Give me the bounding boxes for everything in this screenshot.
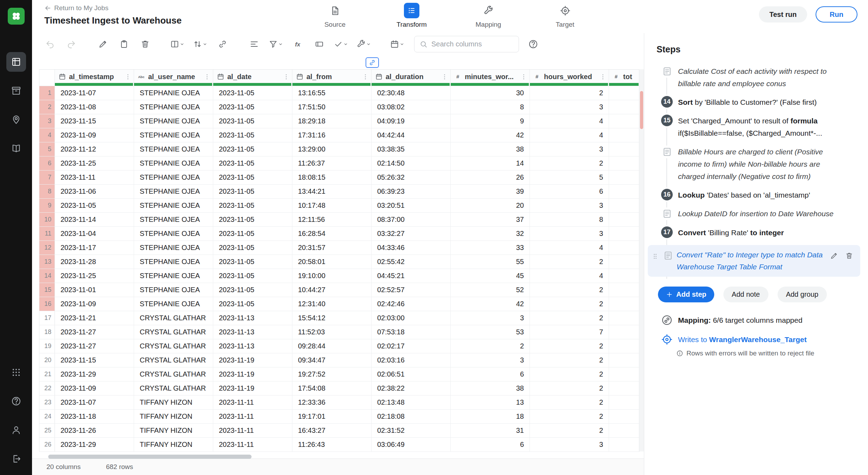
table-cell[interactable]: 2023-11-28 bbox=[55, 255, 134, 269]
tool-check-button[interactable] bbox=[332, 36, 350, 52]
table-cell[interactable]: 52 bbox=[451, 283, 530, 297]
table-row[interactable]: 52023-11-12STEPHANIE OJEA2023-11-0513:29… bbox=[39, 142, 640, 156]
table-cell[interactable]: 39 bbox=[451, 185, 530, 198]
step-note-selected[interactable]: Convert "Rate" to Integer type to match … bbox=[648, 245, 860, 277]
table-cell[interactable]: 2023-11-05 bbox=[55, 199, 134, 212]
table-cell[interactable]: 02:18:08 bbox=[372, 410, 451, 423]
table-cell[interactable]: CRYSTAL GLATHAR bbox=[134, 339, 213, 353]
back-link[interactable]: Return to My Jobs bbox=[44, 4, 182, 12]
table-row[interactable]: 12023-11-07STEPHANIE OJEA2023-11-0513:16… bbox=[39, 86, 640, 100]
table-row[interactable]: 202023-11-15CRYSTAL GLATHAR2023-11-1909:… bbox=[39, 353, 640, 367]
table-cell[interactable]: 2023-11-09 bbox=[55, 128, 134, 142]
column-menu-icon[interactable] bbox=[599, 73, 607, 81]
table-cell[interactable]: 2023-11-07 bbox=[55, 396, 134, 409]
row-number[interactable]: 16 bbox=[39, 297, 55, 311]
row-number[interactable]: 25 bbox=[39, 424, 55, 437]
table-row[interactable]: 92023-11-05STEPHANIE OJEA2023-11-0510:17… bbox=[39, 199, 640, 213]
step-item[interactable]: 14Sort by 'Billable to Customer?' (False… bbox=[656, 96, 860, 108]
table-cell[interactable]: 2023-11-19 bbox=[213, 367, 292, 381]
table-cell[interactable]: 2023-11-17 bbox=[55, 241, 134, 255]
table-cell[interactable]: 17:31:16 bbox=[292, 128, 372, 142]
table-cell[interactable]: STEPHANIE OJEA bbox=[134, 283, 213, 297]
table-cell[interactable]: 4 bbox=[530, 241, 609, 255]
tool-trash-button[interactable] bbox=[137, 36, 153, 52]
table-row[interactable]: 112023-11-04STEPHANIE OJEA2023-11-0516:2… bbox=[39, 227, 640, 241]
table-cell[interactable]: 02:52:57 bbox=[372, 283, 451, 297]
table-cell[interactable] bbox=[609, 269, 640, 283]
table-cell[interactable]: CRYSTAL GLATHAR bbox=[134, 311, 213, 325]
table-cell[interactable] bbox=[609, 367, 640, 381]
table-cell[interactable]: 2023-11-05 bbox=[213, 100, 292, 114]
delete-note-icon[interactable] bbox=[845, 252, 853, 260]
row-number[interactable]: 12 bbox=[39, 241, 55, 255]
table-cell[interactable] bbox=[609, 227, 640, 240]
table-cell[interactable]: 2 bbox=[530, 339, 609, 353]
column-menu-icon[interactable] bbox=[124, 73, 132, 81]
table-cell[interactable]: 2023-11-27 bbox=[55, 325, 134, 339]
table-cell[interactable]: STEPHANIE OJEA bbox=[134, 86, 213, 100]
table-cell[interactable]: 2023-11-26 bbox=[55, 424, 134, 437]
table-cell[interactable]: STEPHANIE OJEA bbox=[134, 128, 213, 142]
table-cell[interactable]: 20:58:01 bbox=[292, 255, 372, 269]
table-cell[interactable]: STEPHANIE OJEA bbox=[134, 227, 213, 240]
table-cell[interactable]: 18:08:15 bbox=[292, 171, 372, 184]
table-cell[interactable]: 3 bbox=[530, 227, 609, 240]
table-cell[interactable]: 2 bbox=[530, 255, 609, 269]
table-cell[interactable]: 2023-11-05 bbox=[213, 114, 292, 128]
table-cell[interactable] bbox=[609, 311, 640, 325]
table-cell[interactable]: 02:38:22 bbox=[372, 381, 451, 395]
help-button[interactable] bbox=[528, 39, 538, 49]
table-cell[interactable]: 17:54:08 bbox=[292, 381, 372, 395]
stepper-source[interactable]: Source bbox=[312, 3, 358, 28]
sidebar-item-pin[interactable] bbox=[6, 110, 26, 129]
table-cell[interactable]: 2023-11-25 bbox=[55, 156, 134, 170]
table-row[interactable]: 102023-11-14STEPHANIE OJEA2023-11-0512:1… bbox=[39, 213, 640, 227]
table-cell[interactable]: 6 bbox=[451, 367, 530, 381]
table-cell[interactable]: STEPHANIE OJEA bbox=[134, 199, 213, 212]
table-cell[interactable]: CRYSTAL GLATHAR bbox=[134, 367, 213, 381]
table-cell[interactable]: 4 bbox=[530, 114, 609, 128]
column-menu-icon[interactable] bbox=[283, 73, 290, 81]
table-cell[interactable]: 17:51:50 bbox=[292, 100, 372, 114]
table-cell[interactable]: 15:54:12 bbox=[292, 311, 372, 325]
table-cell[interactable]: 2023-11-05 bbox=[213, 227, 292, 240]
column-header-al_duration[interactable]: al_duration bbox=[372, 70, 451, 86]
table-cell[interactable]: 37 bbox=[451, 213, 530, 226]
table-cell[interactable]: 2023-11-07 bbox=[55, 86, 134, 100]
table-cell[interactable]: 2023-11-12 bbox=[55, 142, 134, 156]
table-cell[interactable]: STEPHANIE OJEA bbox=[134, 213, 213, 226]
table-cell[interactable]: 2 bbox=[530, 86, 609, 100]
stepper-target[interactable]: Target bbox=[542, 3, 588, 28]
table-cell[interactable]: 2023-11-05 bbox=[213, 283, 292, 297]
step-item[interactable]: 17Convert 'Billing Rate' to integer bbox=[656, 226, 860, 239]
table-row[interactable]: 182023-11-27CRYSTAL GLATHAR2023-11-1311:… bbox=[39, 325, 640, 339]
column-menu-icon[interactable] bbox=[441, 73, 448, 81]
table-cell[interactable]: 2023-11-01 bbox=[55, 283, 134, 297]
table-cell[interactable]: CRYSTAL GLATHAR bbox=[134, 325, 213, 339]
table-cell[interactable]: 3 bbox=[451, 311, 530, 325]
table-cell[interactable]: 12:11:56 bbox=[292, 213, 372, 226]
row-number[interactable]: 14 bbox=[39, 269, 55, 283]
vertical-scrollbar[interactable] bbox=[639, 69, 644, 451]
table-cell[interactable]: STEPHANIE OJEA bbox=[134, 185, 213, 198]
tool-link-button[interactable] bbox=[214, 36, 230, 52]
column-menu-icon[interactable] bbox=[203, 73, 211, 81]
table-cell[interactable]: 13:44:21 bbox=[292, 185, 372, 198]
step-note[interactable]: Calculate Cost of each activity with res… bbox=[656, 65, 860, 90]
drag-handle-icon[interactable] bbox=[651, 249, 660, 261]
table-cell[interactable]: STEPHANIE OJEA bbox=[134, 297, 213, 311]
table-cell[interactable]: 13:29:00 bbox=[292, 142, 372, 156]
tool-sort-button[interactable] bbox=[191, 36, 209, 52]
tool-formula-button[interactable]: fx bbox=[290, 36, 306, 52]
table-cell[interactable]: 33 bbox=[451, 241, 530, 255]
row-number[interactable]: 19 bbox=[39, 339, 55, 353]
table-cell[interactable]: STEPHANIE OJEA bbox=[134, 269, 213, 283]
table-cell[interactable]: 2023-11-11 bbox=[213, 396, 292, 409]
table-cell[interactable]: 26 bbox=[451, 171, 530, 184]
table-row[interactable]: 42023-11-09STEPHANIE OJEA2023-11-0517:31… bbox=[39, 128, 640, 142]
tool-columns-button[interactable] bbox=[169, 36, 186, 52]
target-link[interactable]: WranglerWarehouse_Target bbox=[709, 335, 806, 344]
table-cell[interactable]: STEPHANIE OJEA bbox=[134, 255, 213, 269]
table-cell[interactable] bbox=[609, 241, 640, 255]
table-cell[interactable]: 2023-11-11 bbox=[213, 424, 292, 437]
